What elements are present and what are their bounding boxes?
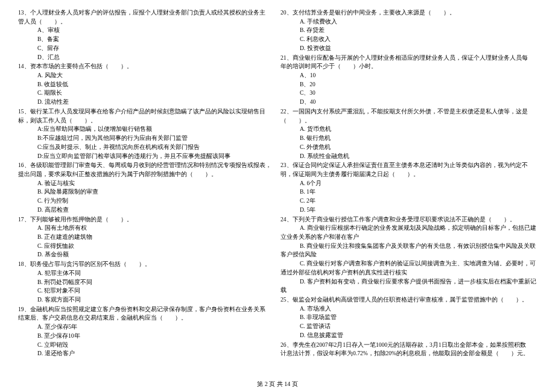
q20-opt-b: B. 存贷差 — [300, 26, 537, 35]
question-20: 20、支付结算业务是银行的中间业务，主要收入来源是（ ）。 A. 手续费收入 B… — [281, 8, 537, 53]
q24-opt-a-cont: 立业务关系的客户和潜在客户 — [281, 233, 537, 242]
q25-opt-a: A. 市场准入 — [300, 305, 537, 314]
q21-stem: 21、商业银行应配备与开展的个人理财业务相适应的理财业务人员，保证个人理财业务人… — [281, 54, 537, 63]
q19-opt-d: D. 退还给客户 — [37, 349, 274, 358]
q24-opt-b: B. 商业银行应关注和搜集集团客户及关联客户的有关信息，有效识别授信集中风险及关… — [281, 242, 537, 251]
q21-opt-c: C、30 — [300, 89, 537, 98]
q13-stem: 13、个人理财业务人员对客户的评估报告，应报个人理财业务部门负责人或经其授权的业… — [18, 8, 274, 17]
q20-opt-c: C. 利息收入 — [300, 35, 537, 44]
question-17: 17、下列能够被用作抵押物的是（ ）。 A. 国有土地所有权 B. 正在建造的建… — [18, 215, 274, 260]
q22-opt-b: B. 银行危机 — [300, 134, 537, 143]
q24-opt-d-cont: 载 — [281, 286, 537, 295]
q18-opt-d: D. 客观方面不同 — [37, 296, 274, 305]
q14-opt-b: B. 收益较低 — [37, 80, 274, 89]
q16-opt-c: C. 行为控制 — [37, 197, 274, 206]
q24-opt-c-cont: 通过外部征信机构对客户资料的真实性进行核实 — [281, 268, 537, 277]
q14-opt-c: C. 期限长 — [37, 89, 274, 98]
q23-opt-d: D. 5年 — [300, 206, 537, 215]
question-13: 13、个人理财业务人员对客户的评估报告，应报个人理财业务部门负责人或经其授权的业… — [18, 8, 274, 62]
q21-cont: 年的培训时间不少于（ ）小时。 — [281, 62, 537, 71]
q20-opts: A. 手续费收入 B. 存贷差 C. 利息收入 D. 投资收益 — [281, 17, 537, 53]
question-14: 14、资本市场的主要特点不包括（ ）。 A. 风险大 B. 收益较低 C. 期限… — [18, 62, 274, 107]
q14-opts: A. 风险大 B. 收益较低 C. 期限长 D. 流动性差 — [18, 71, 274, 107]
q15-opts: A:应当帮助同事隐瞒，以便增加银行销售额 B:不应越俎过问，因为其他同事的行为应… — [18, 125, 274, 160]
q18-opts: A. 犯罪主体不同 B. 刑罚处罚幅度不同 C. 犯罪对象不同 D. 客观方面不… — [18, 269, 274, 305]
q21-opts: A、10 B、20 C、30 D、40 — [281, 71, 537, 107]
q14-stem: 14、资本市场的主要特点不包括（ ）。 — [18, 62, 274, 71]
q19-opt-c: C. 立即销毁 — [37, 341, 274, 350]
q19-stem: 19、金融机构应当按照规定建立客户身份资料和交易记录保存制度，客户身份资料在业务… — [18, 305, 274, 314]
q13-opt-d: D、汇总 — [37, 53, 274, 62]
question-23: 23、保证合同约定保证人承担保证责任直至主债务本息还清时为止等类似内容的，视为约… — [281, 161, 537, 214]
page-footer: 第 2 页 共 14 页 — [0, 379, 555, 389]
q14-opt-a: A. 风险大 — [37, 71, 274, 80]
q24-opt-c: C. 商业银行对客户调查和客户资料的验证应以间接调查为主、实地调查为辅。必要时，… — [281, 259, 537, 268]
q26-stem: 26、李先生在2007年2月1日存入一笔1000元的活期存款，3月1日取出全部本… — [281, 341, 537, 350]
question-25: 25、银监会对金融机构高级管理人员的任职资格进行审查核准，属于监管措施中的（ ）… — [281, 296, 537, 340]
q19-opt-a: A. 至少保存5年 — [37, 323, 274, 332]
q23-opt-c: C. 2年 — [300, 197, 537, 206]
q22-opt-c: C. 外债危机 — [300, 143, 537, 152]
question-21: 21、商业银行应配备与开展的个人理财业务相适应的理财业务人员，保证个人理财业务人… — [281, 54, 537, 107]
q17-opts: A. 国有土地所有权 B. 正在建造的建筑物 C. 应得抚恤款 D. 基金份额 — [18, 224, 274, 259]
question-18: 18、职务侵占罪与贪污罪的区别不包括（ ）。 A. 犯罪主体不同 B. 刑罚处罚… — [18, 260, 274, 305]
q22-opt-a: A. 货币危机 — [300, 125, 537, 134]
q21-opt-a: A、10 — [300, 71, 537, 80]
q16-opt-b: B. 风险暴露限制的审查 — [37, 188, 274, 197]
page-content: 13、个人理财业务人员对客户的评估报告，应报个人理财业务部门负责人或经其授权的业… — [0, 0, 555, 359]
q21-opt-d: D、40 — [300, 98, 537, 107]
q25-stem: 25、银监会对金融机构高级管理人员的任职资格进行审查核准，属于监管措施中的（ ）… — [281, 296, 537, 305]
q22-stem: 22、一国国内支付系统严重混乱，不能按期支付所欠外债，不管是主权债还是私人债等，… — [281, 107, 537, 116]
q24-opt-a: A. 商业银行应根据本行确定的业务发展规划及风险战略，拟定明确的目标客户，包括已… — [281, 224, 537, 233]
q24-opt-b-cont: 客户授信风险 — [281, 250, 537, 259]
q17-opt-a: A. 国有土地所有权 — [37, 224, 274, 233]
q25-opt-b: B. 非现场监管 — [300, 313, 537, 322]
q14-opt-d: D. 流动性差 — [37, 98, 274, 107]
q20-opt-a: A. 手续费收入 — [300, 17, 537, 27]
q16-opt-a: A. 验证与核实 — [37, 179, 274, 188]
q16-opts: A. 验证与核实 B. 风险暴露限制的审查 C. 行为控制 D. 高层检查 — [18, 179, 274, 215]
q15-opt-d: D:应当立即向监管部门检举该同事的违规行为，并且不应事先提醒该同事 — [37, 152, 274, 161]
q13-opt-b: B、备案 — [37, 35, 274, 44]
q13-opt-c: C、留存 — [37, 44, 274, 53]
q23-opt-b: B. 1年 — [300, 188, 537, 197]
q22-cont: （ ）。 — [281, 116, 537, 125]
q15-cont: 标，则该工作人员（ ）。 — [18, 116, 274, 125]
q13-opts: A、审核 B、备案 C、留存 D、汇总 — [18, 26, 274, 62]
q24-stem: 24、下列关于商业银行授信工作客户调查和业务受理尽职要求说法不正确的是（ ）。 — [281, 215, 537, 224]
q26-cont: 计息法计算，假设年利率为0.72%，扣除20%的利息税后，他能取回的全部金额是（… — [281, 349, 537, 358]
q22-opt-d: D. 系统性金融危机 — [300, 152, 537, 161]
q24-opt-d: D. 客户资料如有变动，商业银行应要求客户提供书面报告，进一步核实后在档案中重新… — [281, 277, 537, 286]
question-26: 26、李先生在2007年2月1日存入一笔1000元的活期存款，3月1日取出全部本… — [281, 341, 537, 358]
q19-opts: A. 至少保存5年 B. 至少保存10年 C. 立即销毁 D. 退还给客户 — [18, 323, 274, 358]
q23-cont: 明，保证期间为主债务履行期届满之日起（ ）。 — [281, 170, 537, 179]
q15-stem: 15、银行某工作人员发现同事在给客户介绍产品的时候刻意隐瞒了该产品的风险以实现销… — [18, 107, 274, 116]
question-16: 16、各级职能管理部门审查每天、每周或每月收到的经营管理情况和特别情况专项报告或… — [18, 161, 274, 214]
q25-opt-c: C. 监管谈话 — [300, 322, 537, 331]
q23-opt-a: A. 6个月 — [300, 179, 537, 188]
q17-opt-b: B. 正在建造的建筑物 — [37, 233, 274, 242]
q21-opt-b: B、20 — [300, 80, 537, 89]
q20-stem: 20、支付结算业务是银行的中间业务，主要收入来源是（ ）。 — [281, 8, 537, 17]
question-19: 19、金融机构应当按照规定建立客户身份资料和交易记录保存制度，客户身份资料在业务… — [18, 305, 274, 358]
q17-stem: 17、下列能够被用作抵押物的是（ ）。 — [18, 215, 274, 224]
question-15: 15、银行某工作人员发现同事在给客户介绍产品的时候刻意隐瞒了该产品的风险以实现销… — [18, 107, 274, 160]
q16-stem: 16、各级职能管理部门审查每天、每周或每月收到的经营管理情况和特别情况专项报告或… — [18, 161, 274, 170]
q19-opt-b: B. 至少保存10年 — [37, 332, 274, 341]
q18-opt-b: B. 刑罚处罚幅度不同 — [37, 278, 274, 287]
q16-opt-d: D. 高层检查 — [37, 206, 274, 215]
q20-opt-d: D. 投资收益 — [300, 44, 537, 53]
q18-stem: 18、职务侵占罪与贪污罪的区别不包括（ ）。 — [18, 260, 274, 269]
right-column: 20、支付结算业务是银行的中间业务，主要收入来源是（ ）。 A. 手续费收入 B… — [281, 8, 537, 359]
q18-opt-a: A. 犯罪主体不同 — [37, 269, 274, 278]
q23-opts: A. 6个月 B. 1年 C. 2年 D. 5年 — [281, 179, 537, 215]
q17-opt-d: D. 基金份额 — [37, 250, 274, 259]
q18-opt-c: C. 犯罪对象不同 — [37, 286, 274, 296]
q17-opt-c: C. 应得抚恤款 — [37, 242, 274, 251]
q16-cont: 提出问题，要求采取纠正整改措施的行为属于内部控制措施中的（ ）。 — [18, 170, 274, 179]
q22-opts: A. 货币危机 B. 银行危机 C. 外债危机 D. 系统性金融危机 — [281, 125, 537, 160]
left-column: 13、个人理财业务人员对客户的评估报告，应报个人理财业务部门负责人或经其授权的业… — [18, 8, 274, 359]
q25-opt-d: D. 信息披露监管 — [300, 331, 537, 340]
question-24: 24、下列关于商业银行授信工作客户调查和业务受理尽职要求说法不正确的是（ ）。 … — [281, 215, 537, 295]
q13-opt-a: A、审核 — [37, 26, 274, 35]
